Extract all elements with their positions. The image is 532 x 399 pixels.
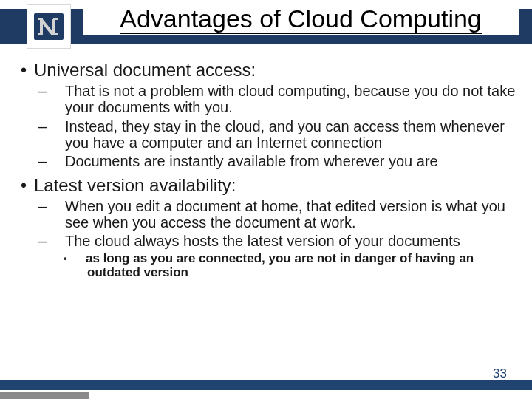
slide-title: Advantages of Cloud Computing <box>120 6 482 34</box>
bullet-text: Universal document access: <box>34 60 256 80</box>
bullet-level3: •as long as you are connected, you are n… <box>75 252 517 279</box>
slide-body: •Universal document access: –That is not… <box>21 58 517 279</box>
bullet-dot-icon: • <box>21 61 34 81</box>
dash-icon: – <box>52 83 65 99</box>
dash-icon: – <box>52 198 65 214</box>
svg-rect-1 <box>38 18 43 20</box>
bullet-dot-icon: • <box>21 177 34 196</box>
page-number: 33 <box>493 366 507 381</box>
dash-icon: – <box>52 233 65 249</box>
svg-rect-4 <box>53 33 58 35</box>
bullet-text: Instead, they stay in the cloud, and you… <box>65 118 505 151</box>
bullet-text: That is not a problem with cloud computi… <box>65 83 515 115</box>
bullet-level1: •Latest version availability: <box>21 176 517 196</box>
footer-bar-blue <box>0 380 532 390</box>
bullet-text: as long as you are connected, you are no… <box>86 251 474 279</box>
bullet-level2: –Instead, they stay in the cloud, and yo… <box>52 118 517 151</box>
bullet-level2: –When you edit a document at home, that … <box>52 198 517 231</box>
bullet-text: Latest version availability: <box>34 175 236 195</box>
slide-title-wrap: Advantages of Cloud Computing <box>83 6 519 35</box>
bullet-level1: •Universal document access: <box>21 61 517 81</box>
bullet-level2: –Documents are instantly available from … <box>52 153 517 169</box>
bullet-level2: –The cloud always hosts the latest versi… <box>52 233 517 249</box>
n-logo-icon <box>33 10 65 43</box>
bullet-text: When you edit a document at home, that e… <box>65 198 505 231</box>
svg-rect-2 <box>53 18 58 20</box>
bullet-level2: –That is not a problem with cloud comput… <box>52 83 517 116</box>
bullet-text: Documents are instantly available from w… <box>65 153 438 169</box>
svg-rect-3 <box>38 33 43 35</box>
bullet-dot-icon: • <box>75 253 86 264</box>
dash-icon: – <box>52 118 65 134</box>
university-logo <box>27 4 71 49</box>
dash-icon: – <box>52 153 65 169</box>
bullet-text: The cloud always hosts the latest versio… <box>65 233 460 249</box>
footer-bar-grey <box>0 392 89 399</box>
